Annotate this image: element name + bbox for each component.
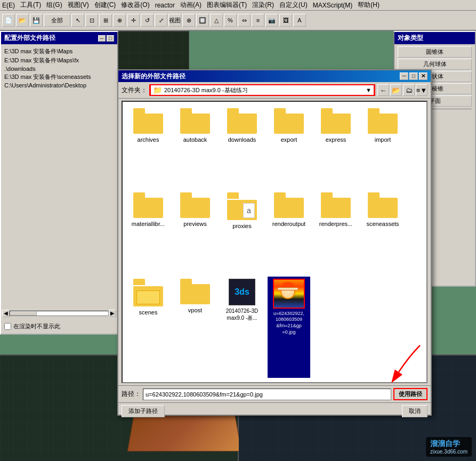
file-item-autoback[interactable]: autoback [174,106,216,186]
folder-icon-express [321,108,351,134]
menu-tools[interactable]: 工具(T) [20,1,41,10]
dialog-max-btn[interactable]: □ [409,72,418,80]
watermark: 溜溜自学 zixue.3d66.com [426,437,472,457]
path-bar: 路径： 使用路径 [118,385,431,402]
file-item-proxies[interactable]: a proxies [221,190,263,272]
scrollbar-track[interactable] [10,311,109,316]
toolbar-mirror[interactable]: ⇔ [238,14,251,27]
dialog-min-btn[interactable]: ─ [400,72,408,80]
right-panel-title: 对象类型 [394,32,475,44]
scroll-right[interactable]: ▶ [109,310,116,317]
toolbar-region[interactable]: ⊞ [99,14,112,27]
menu-edit[interactable]: E(E) [2,2,15,9]
toolbar-view-select[interactable]: 视图 [168,14,181,27]
file-label-archives: archives [138,136,159,143]
file-label-scenes: scenes [139,309,158,316]
toolbar-select[interactable]: ↖ [71,14,84,27]
left-panel-min[interactable]: ─ [98,35,106,42]
nav-up-btn[interactable]: 📂 [390,84,402,96]
right-panel-title-text: 对象类型 [398,34,423,42]
nav-back-btn[interactable]: ← [377,84,389,96]
file-item-downloads[interactable]: downloads [221,106,263,186]
folder-icon-scenes [133,279,163,306]
file-item-renderoutput[interactable]: renderoutput [268,190,310,272]
file-item-express[interactable]: express [314,106,357,186]
toolbar-target[interactable]: ⊕ [113,14,126,27]
titlebar-buttons: ─ □ ✕ [400,72,427,80]
geosphere-btn[interactable]: 几何球体 [398,59,472,70]
toolbar-select2[interactable]: ⊡ [85,14,98,27]
toolbar-render[interactable]: 🖼 [279,14,292,27]
folder-icon-previews [180,192,210,218]
file-item-renderpres[interactable]: renderpres... [314,190,357,272]
dialog-title: 选择新的外部文件路径 [122,72,185,81]
file-item-previews[interactable]: previews [174,190,216,272]
watermark-logo: 溜溜自学 [430,439,467,449]
toolbar-open[interactable]: 📂 [16,14,29,27]
menu-custom[interactable]: 自定义(U) [279,1,308,10]
file-label-materiallibr: materiallibr... [132,220,165,228]
menu-group[interactable]: 组(G) [46,1,62,10]
toolbar-align[interactable]: ≡ [252,14,264,27]
file-label-previews: previews [183,220,206,228]
menu-render[interactable]: 渲染(R) [252,1,274,10]
file-item-vpost[interactable]: vpost [174,277,216,378]
file-item-maxfile[interactable]: 3ds 20140726-3Dmax9.0 -基... [221,277,263,378]
file-item-materiallibr[interactable]: materiallibr... [127,190,170,272]
file-item-sceneassets[interactable]: sceneassets [361,190,404,272]
file-dialog: 选择新的外部文件路径 ─ □ ✕ 文件夹： 📁 20140726-3D max9… [117,69,432,416]
toolbar-move[interactable]: ✛ [127,14,140,27]
cancel-btn[interactable]: 取消 [402,405,427,417]
left-panel-max[interactable]: □ [107,35,114,42]
file-item-image[interactable]: u=624302922,1080603509&fm=21&gp=0.jpg [268,277,310,378]
checkbox-label[interactable]: 在渲染时不显示此 [4,322,60,330]
menu-help[interactable]: 帮助(H) [358,1,380,10]
toolbar-angle[interactable]: △ [210,14,223,27]
path-2: E:\3D max 安装备件\Maps\fx [4,56,114,64]
h-scrollbar[interactable]: ◀ ▶ [1,309,117,318]
toolbar-pivot[interactable]: ⊗ [182,14,195,27]
path-input[interactable] [143,389,391,400]
dialog-titlebar: 选择新的外部文件路径 ─ □ ✕ [118,70,431,82]
menu-modifier[interactable]: 修改器(O) [121,1,149,10]
menu-view[interactable]: 视图(V) [68,1,89,10]
menu-reactor[interactable]: reactor [155,2,175,9]
folder-dropdown[interactable]: 📁 20140726-3D max9.0 -基础练习 ▼ [149,84,375,96]
left-panel: 配置外部文件路径 ─ □ E:\3D max 安装备件\Maps E:\3D m… [0,31,118,335]
file-item-import[interactable]: import [361,106,404,186]
toolbar-new[interactable]: 📄 [2,14,15,27]
menu-create[interactable]: 创建(C) [94,1,116,10]
folder-icon-export [274,108,304,134]
toolbar-percent[interactable]: % [224,14,237,27]
toolbar-scale[interactable]: ⤢ [155,14,167,27]
watermark-url: zixue.3d66.com [430,449,467,455]
left-panel-paths: E:\3D max 安装备件\Maps E:\3D max 安装备件\Maps\… [1,44,117,300]
toolbar-text[interactable]: A [293,14,306,27]
menu-animation[interactable]: 动画(A) [180,1,201,10]
render-checkbox[interactable] [4,323,11,330]
file-item-scenes[interactable]: scenes [127,277,170,378]
file-label-proxies: proxies [232,222,251,230]
toolbar-rotate[interactable]: ↺ [141,14,154,27]
file-item-archives[interactable]: archives [127,106,170,186]
menu-graph[interactable]: 图表编辑器(T) [207,1,247,10]
use-path-btn[interactable]: 使用路径 [393,388,427,400]
file-item-export[interactable]: export [268,106,310,186]
add-subpath-btn[interactable]: 添加子路径 [122,405,165,417]
toolbar-snap[interactable]: 🔲 [196,14,209,27]
folder-icon-sceneassets [368,192,398,218]
scroll-left[interactable]: ◀ [2,310,10,317]
toolbar-save[interactable]: 💾 [30,14,43,27]
folder-icon-import [368,108,398,134]
folder-icon-renderoutput [274,192,304,218]
cone-btn[interactable]: 圆锥体 [398,46,472,58]
folder-label: 文件夹： [122,86,147,95]
toolbar-allobjects[interactable]: 全部 [44,14,70,27]
maxfile-icon: 3ds [229,279,255,305]
dialog-close-btn[interactable]: ✕ [419,72,427,80]
menu-maxscript[interactable]: MAXScript(M) [313,2,353,9]
scrollbar-thumb[interactable] [10,311,37,316]
nav-new-folder-btn[interactable]: 🗂 [403,84,415,96]
view-btn[interactable]: ≡▼ [416,84,427,96]
toolbar-camera[interactable]: 📷 [265,14,278,27]
